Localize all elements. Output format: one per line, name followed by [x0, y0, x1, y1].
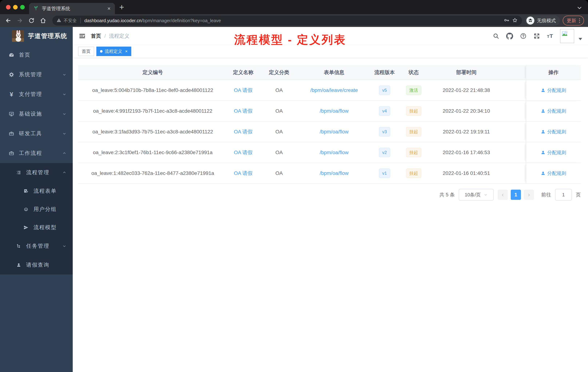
gear-icon	[8, 72, 15, 77]
tab-favicon-icon	[33, 6, 39, 11]
definition-name-link[interactable]: OA 请假	[234, 108, 252, 114]
next-page-button[interactable]: ›	[524, 190, 534, 200]
assign-rule-button[interactable]: 分配规则	[541, 149, 566, 156]
deploy-time: 2022-01-22 20:34:10	[427, 108, 505, 114]
tab-search-icon[interactable]	[576, 5, 583, 12]
sidebar-item-process-mgmt[interactable]: 流程管理	[0, 163, 73, 182]
assign-rule-button[interactable]: 分配规则	[541, 108, 566, 114]
user-icon	[541, 150, 546, 155]
column-header: 定义分类	[259, 69, 299, 76]
active-dot	[100, 50, 103, 53]
workflow-submenu: 流程管理 流程表单 用户分组	[0, 163, 73, 274]
sidebar-item-workflow[interactable]: 工作流程	[0, 143, 73, 163]
form-link[interactable]: /bpm/oa/flow	[320, 170, 348, 176]
briefcase-icon	[8, 151, 15, 156]
definition-name-link[interactable]: OA 请假	[234, 149, 252, 156]
sidebar-item-label: 流程表单	[33, 187, 57, 195]
minimize-window-button[interactable]	[13, 5, 18, 10]
table-row: oa_leave:4:991f2193-7b7f-11ec-a3c8-acde4…	[78, 101, 581, 121]
user-icon	[541, 129, 546, 134]
search-icon[interactable]	[493, 33, 499, 39]
definition-category: OA	[259, 108, 299, 114]
close-window-button[interactable]	[6, 5, 10, 10]
assign-rule-button[interactable]: 分配规则	[541, 87, 566, 94]
sidebar-item-process-model[interactable]: 流程模型	[0, 219, 73, 237]
page-number-active[interactable]: 1	[511, 190, 521, 200]
form-link[interactable]: /bpm/oa/flow	[320, 129, 348, 135]
robot-face-icon	[23, 207, 29, 212]
form-link[interactable]: /bpm/oa/flow	[320, 108, 348, 114]
user-icon	[541, 171, 546, 176]
sidebar-item-infrastructure[interactable]: 基础设施	[0, 104, 73, 124]
definition-name-link[interactable]: OA 请假	[234, 128, 252, 135]
sidebar-item-payment[interactable]: ¥ 支付管理	[0, 85, 73, 104]
fullscreen-icon[interactable]	[534, 33, 540, 39]
browser-update-button[interactable]: 更新	[563, 16, 584, 25]
page-content: 定义编号 定义名称 定义分类 表单信息 流程版本 状态 部署时间 操作 oa_l…	[73, 57, 588, 372]
status-badge: 挂起	[406, 169, 421, 178]
browser-toolbar: 不安全 dashboard.yudao.iocoder.cn/bpm/manag…	[0, 14, 588, 27]
navbar-actions: TT	[493, 29, 582, 43]
sidebar-logo[interactable]: 芋道管理系统	[0, 27, 73, 45]
version-badge: v5	[379, 86, 390, 95]
bookmark-star-icon[interactable]	[512, 17, 518, 24]
form-link[interactable]: /bpm/oa/flow	[320, 150, 348, 155]
help-icon[interactable]	[520, 33, 526, 39]
definition-id: oa_leave:3:1fad3d93-7b75-11ec-a3c8-acde4…	[78, 129, 227, 135]
tag-home[interactable]: 首页	[78, 47, 94, 56]
sidebar-item-leave-query[interactable]: 请假查询	[0, 255, 73, 274]
font-size-icon[interactable]: TT	[547, 33, 553, 39]
page-size-select[interactable]: 10条/页	[459, 189, 494, 201]
chevron-down-icon	[62, 92, 67, 97]
password-key-icon[interactable]	[504, 17, 510, 24]
avatar[interactable]	[560, 29, 574, 43]
security-warning-icon[interactable]	[56, 18, 62, 23]
column-header: 定义名称	[227, 69, 259, 76]
goto-page-input[interactable]: 1	[555, 189, 572, 201]
sidebar-item-label: 工作流程	[19, 150, 42, 157]
assign-rule-button[interactable]: 分配规则	[541, 170, 566, 176]
browser-tab[interactable]: 芋道管理系统 ×	[29, 3, 115, 14]
yen-icon: ¥	[8, 91, 15, 98]
tag-process-definition[interactable]: 流程定义 ×	[96, 47, 131, 56]
sidebar-item-home[interactable]: 首页	[0, 45, 73, 65]
url-text: dashboard.yudao.iocoder.cn/bpm/manager/d…	[84, 18, 221, 23]
definition-category: OA	[259, 170, 299, 176]
sidebar-item-dev-tools[interactable]: 研发工具	[0, 124, 73, 143]
reload-button-icon[interactable]	[27, 16, 36, 25]
github-icon[interactable]	[506, 33, 513, 40]
tab-close-icon[interactable]: ×	[107, 6, 111, 11]
tag-label: 流程定义	[105, 48, 122, 54]
prev-page-button[interactable]: ‹	[498, 190, 508, 200]
sidebar-item-user-group[interactable]: 用户分组	[0, 200, 73, 219]
security-label[interactable]: 不安全	[64, 18, 77, 23]
sidebar-item-label: 系统管理	[19, 71, 42, 78]
back-button-icon[interactable]	[4, 16, 12, 25]
definition-id: oa_leave:4:991f2193-7b7f-11ec-a3c8-acde4…	[78, 108, 227, 114]
sidebar-item-task-mgmt[interactable]: 任务管理	[0, 237, 73, 255]
sidebar-item-process-form[interactable]: 流程表单	[0, 182, 73, 200]
definition-id: oa_leave:5:004b710b-7b8a-11ec-8ef0-acde4…	[78, 87, 227, 93]
assign-rule-button[interactable]: 分配规则	[541, 129, 566, 135]
home-button-icon[interactable]	[39, 16, 47, 25]
table-row: oa_leave:2:3c1f0ef1-76b1-11ec-9c66-a2380…	[78, 142, 581, 163]
definition-name-link[interactable]: OA 请假	[234, 170, 252, 177]
new-tab-button[interactable]: +	[119, 3, 124, 11]
definition-name-link[interactable]: OA 请假	[234, 87, 252, 94]
breadcrumb-home[interactable]: 首页	[91, 33, 101, 40]
column-header: 表单信息	[299, 69, 369, 76]
sidebar-item-label: 首页	[19, 51, 31, 59]
sidebar-item-system[interactable]: 系统管理	[0, 65, 73, 85]
url-host: dashboard.yudao.iocoder.cn	[84, 18, 141, 23]
zoom-window-button[interactable]	[20, 5, 25, 10]
browser-menu-icon[interactable]	[579, 18, 580, 23]
avatar-caret-icon[interactable]	[578, 38, 582, 40]
toolbox-icon	[8, 131, 15, 136]
document-edit-icon	[23, 188, 29, 194]
form-link[interactable]: /bpm/oa/leave/create	[310, 87, 358, 93]
address-bar[interactable]: 不安全 dashboard.yudao.iocoder.cn/bpm/manag…	[52, 16, 522, 25]
chevron-up-icon	[62, 170, 67, 175]
tag-close-icon[interactable]: ×	[125, 49, 128, 54]
sidebar-toggle-icon[interactable]	[79, 33, 86, 40]
forward-button-icon[interactable]	[16, 16, 24, 25]
